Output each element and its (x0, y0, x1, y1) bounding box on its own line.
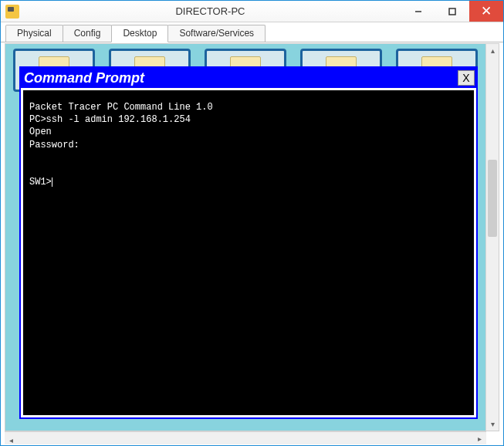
scroll-left-button[interactable]: ◂ (5, 434, 18, 447)
close-icon: ✕ (481, 3, 492, 19)
scroll-down-button[interactable]: ▾ (486, 417, 499, 431)
window-controls: ✕ (401, 1, 503, 22)
desktop-panel: Command Prompt X Packet Tracer PC Comman… (5, 43, 499, 431)
tab-strip: Physical Config Desktop Software/Service… (1, 22, 503, 42)
app-window: DIRECTOR-PC ✕ Physical Config Desktop So… (0, 0, 504, 446)
scroll-right-button[interactable]: ▸ (473, 432, 486, 444)
chevron-up-icon: ▴ (491, 46, 495, 55)
scrollbar-thumb[interactable] (488, 160, 497, 237)
tab-software-services[interactable]: Software/Services (167, 25, 266, 42)
chevron-down-icon: ▾ (491, 420, 495, 428)
tab-config[interactable]: Config (63, 25, 113, 42)
tab-desktop[interactable]: Desktop (111, 25, 168, 42)
horizontal-scrollbar[interactable]: ◂ ▸ (5, 431, 486, 444)
window-title: DIRECTOR-PC (19, 5, 401, 17)
terminal-line: PC>ssh -l admin 192.168.1.254 (29, 114, 191, 125)
chevron-right-icon: ▸ (478, 434, 482, 443)
command-prompt-title: Command Prompt (24, 70, 458, 86)
command-prompt-close-button[interactable]: X (458, 70, 475, 86)
chevron-left-icon: ◂ (9, 436, 13, 444)
command-prompt-titlebar[interactable]: Command Prompt X (21, 68, 476, 88)
terminal[interactable]: Packet Tracer PC Command Line 1.0 PC>ssh… (23, 90, 474, 415)
vertical-scrollbar[interactable]: ▴ ▾ (485, 44, 499, 431)
terminal-prompt: SW1> (29, 177, 52, 188)
terminal-line: Open (29, 127, 52, 137)
close-button[interactable]: ✕ (469, 1, 503, 22)
minimize-icon (414, 8, 422, 15)
titlebar[interactable]: DIRECTOR-PC ✕ (1, 1, 503, 22)
scroll-up-button[interactable]: ▴ (486, 44, 499, 57)
terminal-line: Packet Tracer PC Command Line 1.0 (29, 102, 213, 113)
minimize-button[interactable] (401, 1, 435, 22)
desktop-background: Command Prompt X Packet Tracer PC Comman… (5, 44, 485, 431)
terminal-line: Password: (29, 140, 79, 150)
command-prompt-window: Command Prompt X Packet Tracer PC Comman… (19, 66, 478, 419)
maximize-button[interactable] (435, 1, 469, 22)
app-icon (5, 5, 19, 19)
svg-rect-1 (449, 8, 455, 15)
tab-physical[interactable]: Physical (5, 25, 63, 42)
cursor-icon (52, 177, 52, 187)
maximize-icon (448, 8, 456, 15)
